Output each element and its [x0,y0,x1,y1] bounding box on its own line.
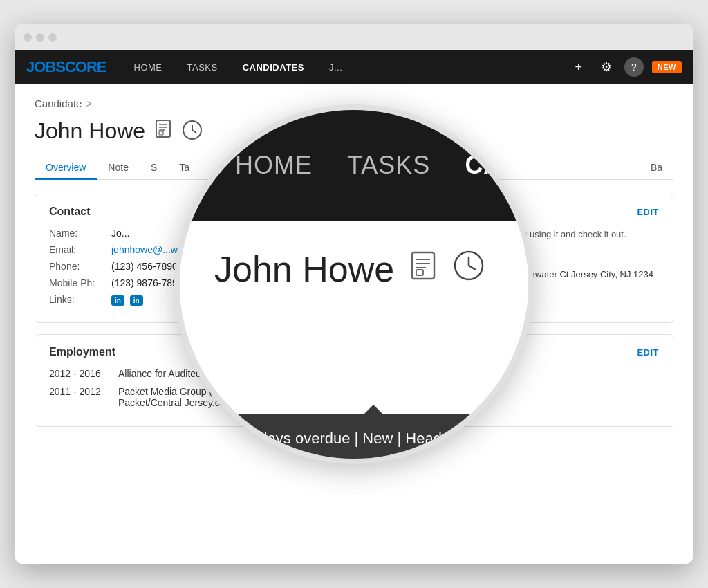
gear-icon[interactable]: ⚙ [597,57,616,77]
resume-icon[interactable] [153,119,173,143]
name-value: Jo... [111,228,445,239]
browser-dots [24,33,57,42]
contact-section-header: Contact EDIT [49,205,659,218]
name-label: Name: [49,228,111,239]
dot-maximize [48,33,57,42]
tooltip-text: 3 days overdue | New | Head of Sales [246,430,501,447]
page-title: John Howe [35,118,145,144]
address-value: 123-45 E Shearwater Ct Jersey City, NJ 1… [472,268,659,282]
linkedin-badge-2[interactable]: in [130,295,143,306]
contact-edit-button[interactable]: EDIT [637,207,659,217]
phone-label: Phone: [49,261,111,272]
emp-role-2: Director of Interactive Media [291,386,412,397]
emp-company-1: Alliance for Audited Media (AAM) [118,368,291,379]
contact-title: Contact [49,205,91,218]
links-value: in in [111,294,445,306]
tab-ta[interactable]: Ta [168,156,201,180]
field-links: Links: in in [49,294,445,306]
employment-row-2: 2011 - 2012 Packet Media Group (The Prin… [49,386,659,408]
breadcrumb: Candidate > [35,98,673,109]
source-label: So [472,249,659,264]
phone-value: (123) 456-7890 [111,261,445,272]
emp-company-2: Packet Media Group (The Princeton Packet… [118,386,291,408]
field-email: Email: johnhowe@...we [49,244,445,255]
nav-tasks[interactable]: TASKS [176,50,229,84]
browser-window: JOBSCORE HOME TASKS CANDIDATES J... + ⚙ … [15,24,693,564]
tab-s[interactable]: S [140,156,168,180]
field-phone: Phone: (123) 456-7890 [49,261,445,272]
linkedin-badge-1[interactable]: in [111,295,124,306]
tab-ba[interactable]: Ba [640,156,673,180]
employment-edit-button[interactable]: EDIT [637,347,659,358]
right-panel-snippet: company was using it and check it out. [472,228,659,242]
nav-more[interactable]: J... [318,50,353,84]
email-label: Email: [49,244,111,255]
nav-home[interactable]: HOME [123,50,174,84]
tabs: Overview Note S Ta Ba [35,156,673,180]
page-title-row: John Howe [35,113,673,148]
links-label: Links: [49,294,111,305]
logo-blue: SCORE [55,58,106,75]
tab-notes[interactable]: Note [97,156,140,180]
nav-right: + ⚙ ? NEW [569,57,682,77]
dot-close [24,33,32,42]
logo: JOBSCORE [26,58,106,76]
clock-icon[interactable] [181,113,203,148]
dot-minimize [36,33,44,42]
emp-role-1: Director, Client Solutions [291,368,397,379]
breadcrumb-parent: Candidate [35,98,82,109]
tab-overview[interactable]: Overview [35,156,97,180]
emp-years-1: 2012 - 2016 [49,368,118,379]
employment-row-1: 2012 - 2016 Alliance for Audited Media (… [49,368,659,379]
email-value[interactable]: johnhowe@...we [111,244,445,255]
logo-black: JOB [26,58,55,75]
employment-section: Employment EDIT 2012 - 2016 Alliance for… [35,334,673,427]
help-icon[interactable]: ? [624,57,644,77]
employment-title: Employment [49,346,115,358]
breadcrumb-separator: > [86,98,92,109]
add-icon[interactable]: + [569,57,588,77]
svg-rect-4 [159,131,163,135]
top-nav: JOBSCORE HOME TASKS CANDIDATES J... + ⚙ … [15,50,693,84]
nav-items: HOME TASKS CANDIDATES J... [123,50,569,84]
employment-section-header: Employment EDIT [49,346,659,358]
mobile-value: (123) 9876-7890 [111,277,445,288]
nav-candidates[interactable]: CANDIDATES [232,50,315,84]
emp-years-2: 2011 - 2012 [49,386,118,397]
field-mobile: Mobile Ph: (123) 9876-7890 [49,277,445,288]
field-name: Name: Jo... [49,228,445,239]
svg-line-7 [192,130,196,133]
browser-chrome [15,24,693,50]
new-badge[interactable]: NEW [652,61,682,73]
mobile-label: Mobile Ph: [49,277,111,288]
contact-section: Contact EDIT Name: Jo... Email: johnhowe… [35,194,673,323]
page-content: Candidate > John Howe [15,84,693,564]
